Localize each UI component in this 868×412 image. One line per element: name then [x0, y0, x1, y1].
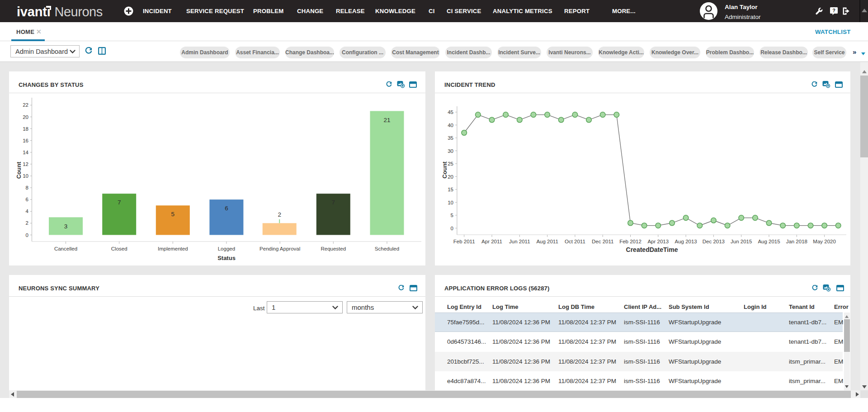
svg-text:6: 6 — [26, 197, 28, 202]
svg-text:16: 16 — [23, 138, 28, 143]
svg-text:Aug 2015: Aug 2015 — [758, 239, 780, 244]
svg-text:Pending Approval: Pending Approval — [259, 246, 300, 251]
svg-text:Dec 2013: Dec 2013 — [703, 239, 725, 244]
svg-text:Aug 2011: Aug 2011 — [536, 239, 558, 244]
svg-text:40: 40 — [448, 123, 453, 128]
svg-text:14: 14 — [23, 150, 28, 155]
svg-text:Dec 2011: Dec 2011 — [592, 239, 613, 244]
svg-text:12: 12 — [23, 161, 28, 167]
svg-text:Feb 2012: Feb 2012 — [619, 239, 642, 244]
svg-text:22: 22 — [23, 102, 28, 108]
svg-text:Cancelled: Cancelled — [54, 246, 77, 251]
svg-text:21: 21 — [383, 117, 390, 123]
svg-text:18: 18 — [23, 126, 28, 132]
svg-text:35: 35 — [448, 135, 453, 141]
svg-text:Jun 2011: Jun 2011 — [509, 239, 530, 244]
svg-text:20: 20 — [448, 174, 453, 180]
svg-text:3: 3 — [64, 223, 68, 230]
svg-text:0: 0 — [26, 232, 28, 238]
svg-text:Jan 2018: Jan 2018 — [786, 239, 807, 244]
svg-text:2: 2 — [278, 211, 281, 218]
svg-text:7: 7 — [332, 199, 335, 206]
svg-text:Status: Status — [217, 255, 236, 261]
svg-text:Jun 2015: Jun 2015 — [731, 239, 752, 244]
svg-text:25: 25 — [448, 161, 453, 166]
svg-text:8: 8 — [26, 185, 28, 190]
svg-text:7: 7 — [118, 199, 121, 206]
svg-text:Implemented: Implemented — [158, 246, 188, 251]
svg-text:2: 2 — [26, 220, 28, 226]
svg-text:45: 45 — [448, 109, 453, 115]
svg-text:10: 10 — [448, 200, 453, 205]
svg-text:Apr 2013: Apr 2013 — [647, 239, 669, 244]
svg-text:15: 15 — [448, 187, 453, 192]
svg-text:Count: Count — [15, 161, 22, 179]
svg-text:6: 6 — [225, 205, 228, 212]
svg-text:20: 20 — [23, 114, 28, 120]
svg-text:Aug 2013: Aug 2013 — [675, 239, 697, 244]
svg-text:Apr 2011: Apr 2011 — [481, 239, 502, 244]
svg-text:5: 5 — [171, 211, 175, 218]
svg-text:30: 30 — [448, 148, 453, 154]
svg-text:Feb 2011: Feb 2011 — [453, 239, 475, 244]
svg-text:CreatedDateTime: CreatedDateTime — [626, 246, 678, 253]
svg-text:Count: Count — [441, 161, 448, 179]
svg-text:Closed: Closed — [111, 246, 127, 251]
svg-text:Scheduled: Scheduled — [375, 246, 399, 251]
svg-text:Oct 2011: Oct 2011 — [565, 239, 585, 244]
svg-text:Requested: Requested — [321, 246, 346, 251]
svg-text:10: 10 — [23, 173, 28, 179]
svg-text:5: 5 — [451, 213, 453, 218]
svg-text:?: ? — [832, 8, 835, 13]
svg-text:0: 0 — [451, 226, 453, 231]
svg-text:May 2020: May 2020 — [813, 239, 836, 244]
svg-text:Logged: Logged — [218, 246, 235, 251]
svg-text:4: 4 — [26, 208, 29, 214]
